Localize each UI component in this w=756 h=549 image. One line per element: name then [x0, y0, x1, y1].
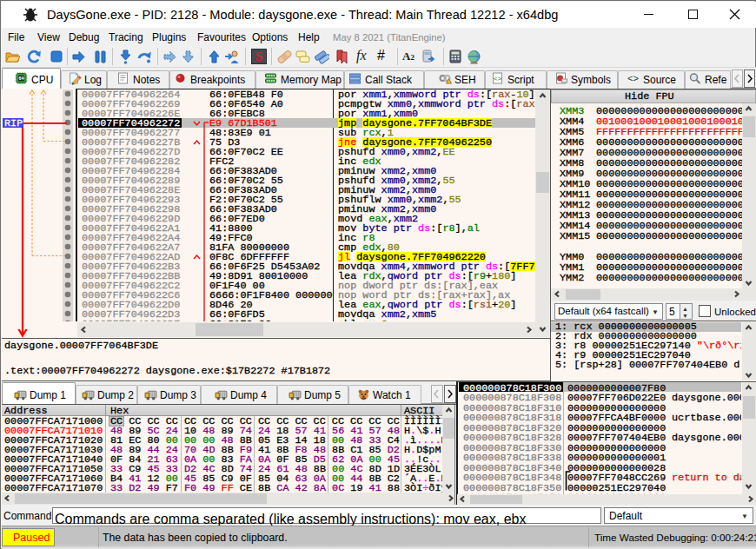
svg-text:<>: <> [494, 75, 502, 83]
svg-text:64: 64 [18, 76, 24, 81]
svg-text:<>: <> [627, 74, 639, 84]
